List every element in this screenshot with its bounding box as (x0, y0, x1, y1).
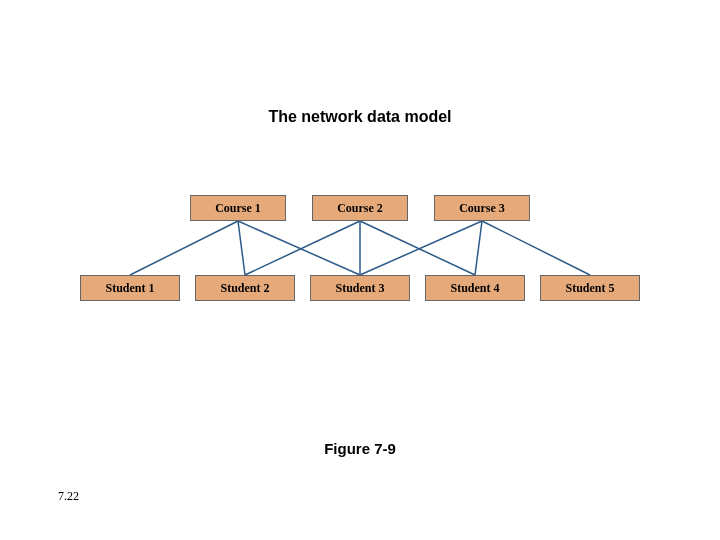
svg-line-0 (130, 221, 238, 275)
student-box-2: Student 2 (195, 275, 295, 301)
student-box-3: Student 3 (310, 275, 410, 301)
student-box-1: Student 1 (80, 275, 180, 301)
svg-line-8 (482, 221, 590, 275)
svg-line-1 (238, 221, 245, 275)
svg-line-2 (238, 221, 360, 275)
figure-caption: Figure 7-9 (0, 440, 720, 457)
network-diagram: Course 1 Course 2 Course 3 Student 1 Stu… (80, 195, 640, 305)
svg-line-5 (360, 221, 475, 275)
student-box-5: Student 5 (540, 275, 640, 301)
course-box-2: Course 2 (312, 195, 408, 221)
course-box-3: Course 3 (434, 195, 530, 221)
student-box-4: Student 4 (425, 275, 525, 301)
svg-line-3 (245, 221, 360, 275)
svg-line-6 (360, 221, 482, 275)
course-box-1: Course 1 (190, 195, 286, 221)
page-number: 7.22 (58, 489, 79, 504)
diagram-title: The network data model (0, 108, 720, 126)
svg-line-7 (475, 221, 482, 275)
